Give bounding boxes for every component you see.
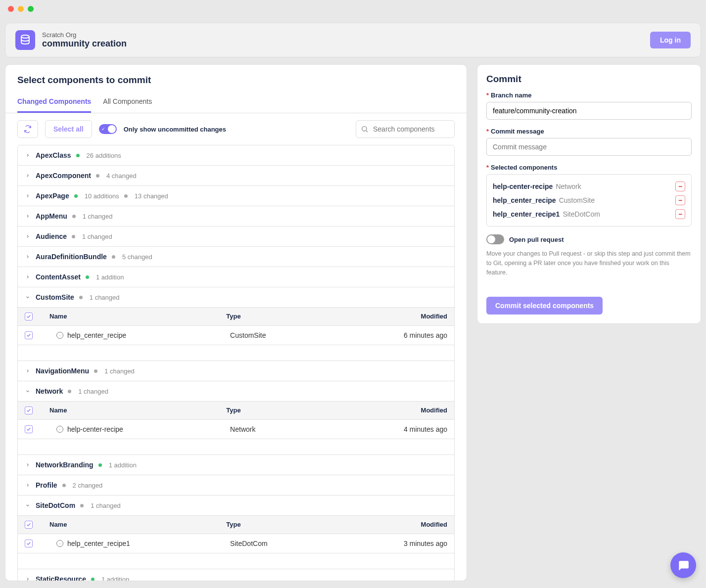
components-list: ApexClass 26 additions ApexComponent 4 c… — [17, 145, 455, 581]
col-modified: Modified — [359, 313, 447, 320]
components-toolbar: Select all ✓ Only show uncommitted chang… — [5, 113, 467, 145]
group-name: Audience — [36, 232, 67, 240]
component-group-customsite[interactable]: CustomSite 1 changed — [18, 287, 454, 308]
component-group-apexcomponent[interactable]: ApexComponent 4 changed — [18, 166, 454, 186]
status-badge: 1 addition — [101, 576, 129, 582]
component-group-navigationmenu[interactable]: NavigationMenu 1 changed — [18, 361, 454, 381]
selected-components-box: help-center-recipeNetwork−help_center_re… — [486, 174, 692, 226]
component-group-auradefinitionbundle[interactable]: AuraDefinitionBundle 5 changed — [18, 247, 454, 267]
status-dot — [68, 390, 71, 393]
group-name: ContentAsset — [36, 273, 81, 281]
commit-message-input[interactable] — [486, 138, 692, 156]
col-modified: Modified — [359, 407, 447, 414]
commit-button[interactable]: Commit selected components — [486, 297, 603, 315]
check-icon: ✓ — [101, 127, 105, 132]
selected-type: Network — [556, 182, 581, 190]
status-dot — [72, 215, 76, 218]
selected-name: help-center-recipe — [493, 182, 553, 190]
group-name: AuraDefinitionBundle — [36, 253, 107, 261]
item-checkbox[interactable] — [25, 540, 33, 547]
col-modified: Modified — [359, 521, 447, 529]
pr-help-text: Move your changes to Pull request - or s… — [486, 249, 692, 277]
selected-type: SiteDotCom — [563, 210, 600, 218]
selected-component-item: help_center_recipeCustomSite− — [493, 193, 685, 207]
commit-panel-title: Commit — [486, 74, 692, 91]
component-group-apexpage[interactable]: ApexPage 10 additions 13 changed — [18, 186, 454, 206]
remove-button[interactable]: − — [675, 209, 685, 219]
chevron-right-icon — [25, 274, 31, 280]
status-dot — [91, 578, 94, 581]
search-input[interactable] — [356, 120, 455, 138]
status-badge: 10 additions — [85, 192, 119, 200]
select-all-checkbox[interactable] — [25, 521, 33, 529]
item-checkbox[interactable] — [25, 425, 33, 433]
remove-button[interactable]: − — [675, 181, 685, 191]
select-all-checkbox[interactable] — [25, 407, 33, 414]
item-name: ·help_center_recipe — [49, 331, 230, 339]
uncommitted-toggle[interactable]: ✓ — [99, 124, 117, 134]
edit-indicator-icon: · — [56, 540, 63, 547]
status-badge: 1 addition — [96, 273, 124, 281]
commit-panel: Commit *Branch name *Commit message *Sel… — [477, 64, 701, 324]
spacer — [18, 345, 454, 361]
item-name: ·help_center_recipe1 — [49, 540, 230, 547]
chevron-down-icon — [25, 502, 31, 508]
select-all-button[interactable]: Select all — [45, 120, 92, 138]
uncommitted-toggle-label: Only show uncommitted changes — [124, 126, 226, 133]
tab-changed-components[interactable]: Changed Components — [17, 91, 91, 113]
selected-components-label: *Selected components — [486, 164, 692, 171]
chevron-right-icon — [25, 213, 31, 219]
window-close-button[interactable] — [8, 6, 14, 12]
spacer — [18, 439, 454, 455]
status-badge: 1 changed — [83, 213, 113, 220]
open-pr-toggle[interactable] — [486, 234, 504, 244]
tab-all-components[interactable]: All Components — [103, 91, 152, 113]
branch-name-label: *Branch name — [486, 91, 692, 99]
org-name: community creation — [42, 39, 650, 49]
edit-indicator-icon: · — [56, 426, 63, 433]
group-name: NetworkBranding — [36, 461, 94, 469]
window-maximize-button[interactable] — [28, 6, 34, 12]
branch-name-input[interactable] — [486, 102, 692, 120]
status-dot — [124, 194, 128, 198]
window-minimize-button[interactable] — [18, 6, 24, 12]
component-group-sitedotcom[interactable]: SiteDotCom 1 changed — [18, 496, 454, 516]
component-group-staticresource[interactable]: StaticResource 1 addition — [18, 569, 454, 581]
refresh-button[interactable] — [17, 120, 38, 138]
login-button[interactable]: Log in — [650, 32, 691, 48]
item-type: Network — [230, 425, 360, 433]
window-titlebar — [0, 0, 706, 18]
component-group-appmenu[interactable]: AppMenu 1 changed — [18, 206, 454, 226]
components-panel-title: Select components to commit — [5, 75, 467, 91]
component-group-contentasset[interactable]: ContentAsset 1 addition — [18, 267, 454, 287]
status-dot — [112, 255, 115, 259]
open-pr-label: Open pull request — [509, 236, 564, 243]
item-name: ·help-center-recipe — [49, 425, 230, 433]
status-dot — [94, 369, 97, 373]
commit-message-label: *Commit message — [486, 128, 692, 135]
status-dot — [98, 463, 102, 467]
component-group-profile[interactable]: Profile 2 changed — [18, 475, 454, 496]
component-item-row: ·help-center-recipeNetwork4 minutes ago — [18, 420, 454, 439]
chevron-right-icon — [25, 173, 31, 179]
org-type-label: Scratch Org — [42, 31, 650, 39]
group-name: ApexClass — [36, 151, 71, 159]
group-name: SiteDotCom — [36, 501, 75, 509]
status-badge: 2 changed — [73, 482, 103, 489]
item-checkbox[interactable] — [25, 331, 33, 339]
component-group-network[interactable]: Network 1 changed — [18, 381, 454, 402]
component-tabs: Changed ComponentsAll Components — [5, 91, 467, 113]
app-header: Scratch Org community creation Log in — [5, 23, 701, 57]
item-modified: 3 minutes ago — [360, 540, 447, 547]
chevron-right-icon — [25, 576, 31, 581]
component-group-apexclass[interactable]: ApexClass 26 additions — [18, 145, 454, 166]
remove-button[interactable]: − — [675, 195, 685, 205]
chat-fab[interactable] — [670, 552, 696, 578]
status-dot — [80, 504, 84, 507]
chevron-right-icon — [25, 368, 31, 374]
refresh-icon — [24, 125, 32, 133]
select-all-checkbox[interactable] — [25, 313, 33, 320]
component-group-audience[interactable]: Audience 1 changed — [18, 226, 454, 247]
group-name: ApexComponent — [36, 172, 91, 180]
component-group-networkbranding[interactable]: NetworkBranding 1 addition — [18, 455, 454, 475]
